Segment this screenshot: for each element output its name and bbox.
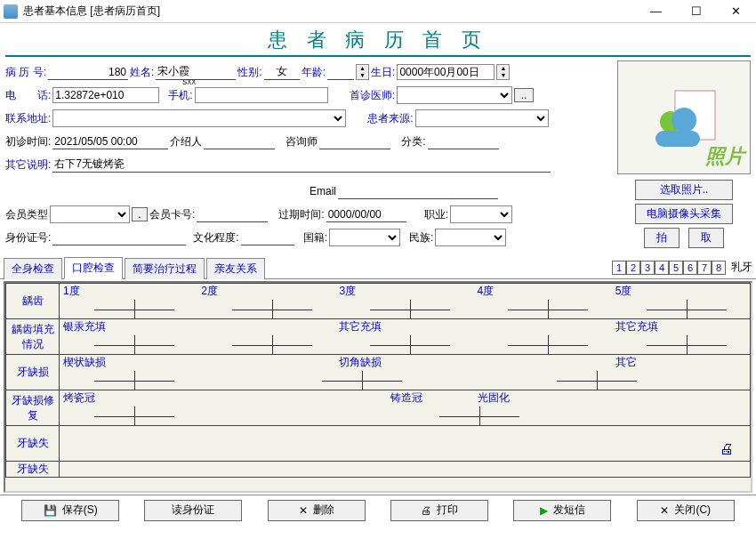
close-icon: ✕ bbox=[660, 504, 669, 517]
tooth-7[interactable]: 7 bbox=[697, 261, 712, 275]
label-ethnic: 民族: bbox=[409, 230, 433, 245]
print-button[interactable]: 🖨打印 bbox=[390, 500, 488, 521]
mobile-input[interactable] bbox=[195, 87, 328, 103]
get-photo-button[interactable]: 取 bbox=[688, 228, 724, 248]
row-hdr-0: 龋齿 bbox=[6, 284, 60, 319]
label-gender: 性别: bbox=[237, 65, 261, 80]
age-spinner[interactable]: ▲▼ bbox=[356, 64, 369, 80]
label-member-card: 会员卡号: bbox=[149, 207, 195, 222]
tooth-4[interactable]: 4 bbox=[655, 261, 669, 275]
age-input[interactable] bbox=[327, 64, 354, 80]
label-birthday: 生日: bbox=[371, 65, 395, 80]
tooth-1[interactable]: 1 bbox=[612, 261, 626, 275]
delete-button[interactable]: ✕删除 bbox=[268, 500, 366, 521]
grid-cell-4[interactable]: 🖨 bbox=[60, 426, 751, 462]
select-photo-button[interactable]: 选取照片.. bbox=[635, 180, 733, 200]
first-visit-input[interactable] bbox=[52, 133, 168, 149]
pinyin-hint: sxx bbox=[182, 76, 196, 86]
label-email: Email bbox=[310, 185, 336, 197]
label-source: 患者来源: bbox=[367, 111, 413, 126]
grid-cell-3[interactable]: 烤瓷冠 铸造冠 光固化 bbox=[60, 390, 751, 426]
row-hdr-1: 龋齿填充情况 bbox=[6, 319, 60, 355]
source-select[interactable] bbox=[415, 109, 549, 127]
titlebar: 患者基本信息 [患者病历首页] — ☐ ✕ bbox=[0, 0, 756, 23]
first-doctor-select[interactable] bbox=[397, 86, 512, 104]
tooth-8[interactable]: 8 bbox=[712, 261, 726, 275]
birthday-input[interactable] bbox=[397, 64, 495, 80]
milk-tooth-label: 乳牙 bbox=[731, 260, 752, 275]
read-id-button[interactable]: 读身份证 bbox=[144, 500, 242, 521]
label-nationality: 国籍: bbox=[303, 230, 327, 245]
grid-cell-2[interactable]: 楔状缺损 切角缺损 其它 bbox=[60, 355, 751, 390]
record-no-input[interactable] bbox=[48, 64, 128, 80]
sms-button[interactable]: ▶发短信 bbox=[513, 500, 611, 521]
svg-rect-3 bbox=[655, 131, 700, 147]
take-photo-button[interactable]: 拍 bbox=[644, 228, 680, 248]
tooth-2[interactable]: 2 bbox=[626, 261, 640, 275]
tooth-5[interactable]: 5 bbox=[669, 261, 683, 275]
expire-input[interactable] bbox=[326, 206, 406, 222]
exam-table: 龋齿 1度 2度 3度 4度 5度 龋齿填充情况 bbox=[5, 283, 751, 478]
label-other-note: 其它说明: bbox=[5, 157, 51, 173]
address-select[interactable] bbox=[52, 109, 346, 127]
printer-icon[interactable]: 🖨 bbox=[720, 441, 734, 457]
label-referrer: 介绍人 bbox=[170, 134, 202, 149]
job-select[interactable] bbox=[450, 205, 512, 223]
close-button[interactable]: ✕关闭(C) bbox=[637, 500, 735, 521]
label-category: 分类: bbox=[401, 134, 425, 149]
tooth-6[interactable]: 6 bbox=[683, 261, 697, 275]
row-hdr-2: 牙缺损 bbox=[6, 355, 60, 390]
referrer-input[interactable] bbox=[204, 133, 275, 149]
grid-cell-1[interactable]: 银汞充填 其它充填 其它充填 bbox=[60, 319, 751, 355]
education-input[interactable] bbox=[241, 229, 294, 245]
tab-treatment[interactable]: 简要治疗过程 bbox=[125, 258, 205, 279]
tab-oral[interactable]: 口腔检查 bbox=[64, 257, 123, 279]
member-type-select[interactable] bbox=[50, 205, 130, 223]
play-icon: ▶ bbox=[540, 504, 548, 517]
label-education: 文化程度: bbox=[193, 230, 238, 245]
row-hdr-4: 牙缺失 bbox=[6, 426, 60, 462]
label-first-visit: 初诊时间: bbox=[5, 134, 51, 149]
tabs: 全身检查 口腔检查 简要治疗过程 亲友关系 1 2 3 4 5 6 7 8 乳牙 bbox=[0, 256, 756, 279]
member-type-lookup[interactable]: . bbox=[132, 207, 148, 221]
row-hdr-3: 牙缺损修 复 bbox=[6, 390, 60, 426]
idcard-input[interactable] bbox=[52, 229, 186, 245]
label-record-no: 病 历 号: bbox=[5, 65, 46, 80]
label-consultant: 咨询师 bbox=[286, 134, 318, 149]
window-title: 患者基本信息 [患者病历首页] bbox=[23, 4, 636, 19]
tooth-number-bar: 1 2 3 4 5 6 7 8 bbox=[612, 261, 726, 275]
tab-relatives[interactable]: 亲友关系 bbox=[206, 258, 265, 279]
nationality-select[interactable] bbox=[329, 229, 400, 246]
photo-box[interactable]: 照片 bbox=[617, 60, 751, 174]
exam-grid[interactable]: 龋齿 1度 2度 3度 4度 5度 龋齿填充情况 bbox=[4, 281, 752, 493]
tab-full-body[interactable]: 全身检查 bbox=[4, 258, 62, 279]
photo-placeholder-icon bbox=[648, 86, 720, 149]
label-member-type: 会员类型 bbox=[5, 207, 48, 222]
label-address: 联系地址: bbox=[5, 111, 51, 126]
label-age: 年龄: bbox=[302, 65, 326, 80]
ethnic-select[interactable] bbox=[435, 229, 506, 246]
grid-cell-0[interactable]: 1度 2度 3度 4度 5度 bbox=[60, 284, 751, 319]
email-input[interactable] bbox=[338, 183, 498, 199]
close-window-button[interactable]: ✕ bbox=[716, 0, 756, 23]
gender-input[interactable] bbox=[264, 64, 300, 80]
save-button[interactable]: 💾保存(S) bbox=[21, 500, 119, 521]
maximize-button[interactable]: ☐ bbox=[676, 0, 716, 23]
other-note-input[interactable] bbox=[52, 157, 551, 173]
label-name: 姓名: bbox=[130, 65, 154, 80]
birthday-spinner[interactable]: ▲▼ bbox=[496, 64, 510, 80]
save-icon: 💾 bbox=[44, 504, 57, 517]
svg-point-2 bbox=[672, 108, 696, 133]
grid-cell-5[interactable] bbox=[60, 462, 751, 478]
doctor-lookup-button[interactable]: .. bbox=[514, 88, 534, 102]
consultant-input[interactable] bbox=[319, 133, 390, 149]
camera-capture-button[interactable]: 电脑摄像头采集 bbox=[635, 204, 733, 224]
member-card-input[interactable] bbox=[197, 206, 268, 222]
label-mobile: 手机: bbox=[168, 88, 192, 103]
row-hdr-5: 牙缺失 bbox=[6, 462, 60, 478]
name-input[interactable] bbox=[156, 64, 236, 80]
tooth-3[interactable]: 3 bbox=[640, 261, 655, 275]
phone-input[interactable] bbox=[52, 87, 159, 103]
category-input[interactable] bbox=[428, 133, 499, 149]
minimize-button[interactable]: — bbox=[636, 0, 676, 23]
